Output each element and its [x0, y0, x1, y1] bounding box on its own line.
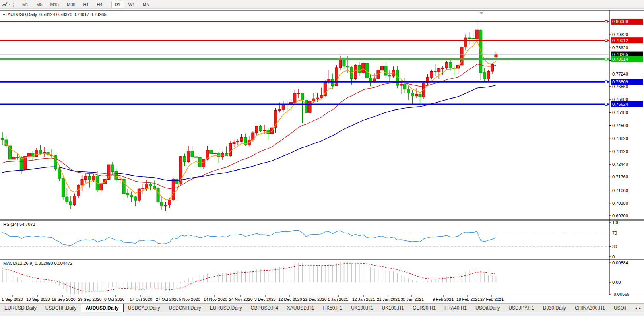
chart-tab-usdcnh-daily[interactable]: USDCNH,Daily — [164, 304, 205, 312]
chart-tab-usoil-daily[interactable]: USOil,Daily — [471, 304, 504, 312]
chart-tab-eurusd-daily[interactable]: EURUSD,Daily — [206, 304, 246, 312]
svg-text:70: 70 — [612, 231, 617, 235]
chart-tab-eurusd-daily[interactable]: EURUSD,Daily — [0, 304, 41, 312]
chart-tab-fra40-h1[interactable]: FRA40,H1 — [440, 304, 471, 312]
line-handle[interactable] — [605, 58, 607, 60]
line-handle[interactable] — [605, 20, 607, 23]
line-handle[interactable] — [605, 81, 607, 83]
tabs-scroll-right-icon[interactable]: ▸ — [639, 306, 641, 310]
svg-text:0.00: 0.00 — [612, 280, 621, 285]
chart-tab-ger30-h1[interactable]: GER30,H1 — [408, 304, 440, 312]
svg-text:9 Feb 2021: 9 Feb 2021 — [433, 297, 454, 302]
trading-platform-window: ▾ M1M5M15M30H1H4D1W1MN 0.793200.786200.7… — [0, 0, 644, 316]
svg-text:-0.00565: -0.00565 — [612, 292, 629, 297]
svg-text:27 Feb 2021: 27 Feb 2021 — [480, 297, 504, 302]
chart-tab-uk100-h1[interactable]: UK100,H1 — [347, 304, 377, 312]
open-value: 0.78124 — [39, 12, 55, 17]
close-value: 0.78265 — [91, 12, 107, 17]
tabs-scroll-left-icon[interactable]: ◂ — [635, 306, 637, 310]
chart-tab-usdjpy-h1[interactable]: USDJPY,H1 — [504, 304, 538, 312]
chart-tab-dj30-daily[interactable]: DJ30,Daily — [539, 304, 570, 312]
svg-text:0.78014: 0.78014 — [612, 57, 628, 62]
svg-text:0.79012: 0.79012 — [612, 38, 628, 43]
window-bottom-strip — [0, 312, 644, 316]
chart-tab-hk50-h1[interactable]: HK50,H1 — [319, 304, 347, 312]
svg-text:0.78265: 0.78265 — [612, 52, 628, 57]
chart-tab-xauusd-h1[interactable]: XAUUSD,H1 — [283, 304, 319, 312]
chart-ohlc-header: ▼AUDUSD,Daily 0.78124 0.78370 0.78017 0.… — [2, 12, 106, 17]
svg-text:0.74500: 0.74500 — [612, 123, 628, 128]
chart-tab-uk100-h1[interactable]: UK100,H1 — [378, 304, 408, 312]
svg-text:3 Dec 2020: 3 Dec 2020 — [254, 297, 276, 302]
svg-text:29 Sep 2020: 29 Sep 2020 — [78, 297, 102, 302]
svg-text:0.75624: 0.75624 — [612, 102, 628, 107]
svg-text:0.73120: 0.73120 — [612, 149, 628, 154]
svg-text:30: 30 — [612, 244, 617, 249]
svg-text:0.79320: 0.79320 — [612, 32, 628, 37]
svg-text:14 Nov 2020: 14 Nov 2020 — [204, 297, 227, 302]
svg-text:21 Jan 2021: 21 Jan 2021 — [377, 297, 400, 302]
rsi-indicator-label: RSI(14) 54.7073 — [3, 222, 35, 227]
svg-text:0.71060: 0.71060 — [612, 188, 628, 193]
date-axis: 1 Sep 202010 Sep 202019 Sep 202029 Sep 2… — [2, 295, 504, 302]
chart-tab-bar: EURUSD,DailyUSDCHF,DailyAUDUSD,DailyUSDC… — [0, 303, 644, 312]
svg-text:0.70380: 0.70380 — [612, 201, 628, 205]
svg-text:100: 100 — [612, 220, 619, 225]
line-handle[interactable] — [605, 39, 607, 42]
svg-text:24 Nov 2020: 24 Nov 2020 — [229, 297, 253, 302]
line-handle[interactable] — [605, 103, 607, 105]
macd-indicator-label: MACD(12,26,9) 0.002990 0.004472 — [3, 261, 72, 266]
chart-symbol-label: AUDUSD,Daily — [8, 12, 37, 17]
svg-text:0: 0 — [612, 254, 615, 259]
svg-text:22 Dec 2020: 22 Dec 2020 — [303, 297, 327, 302]
svg-text:0.75880: 0.75880 — [612, 97, 628, 102]
chart-tab-usoil-[interactable]: USOil, — [609, 304, 632, 312]
high-value: 0.78370 — [56, 12, 72, 17]
svg-text:0.72440: 0.72440 — [612, 162, 628, 167]
svg-text:0.71760: 0.71760 — [612, 174, 628, 179]
svg-text:0.80009: 0.80009 — [612, 19, 628, 24]
svg-text:0.00884: 0.00884 — [612, 260, 628, 265]
svg-text:17 Oct 2020: 17 Oct 2020 — [130, 297, 152, 302]
svg-text:27 Oct 2020: 27 Oct 2020 — [156, 297, 178, 302]
chart-tab-usdchf-daily[interactable]: USDCHF,Daily — [41, 304, 81, 312]
svg-text:30 Jan 2021: 30 Jan 2021 — [401, 297, 424, 302]
svg-text:0.69700: 0.69700 — [612, 213, 628, 218]
svg-text:0.75180: 0.75180 — [612, 110, 628, 115]
svg-text:5 Nov 2020: 5 Nov 2020 — [179, 297, 200, 302]
svg-text:0.76560: 0.76560 — [612, 84, 628, 89]
symbol-collapse-icon[interactable]: ▼ — [2, 13, 6, 17]
svg-text:12 Dec 2020: 12 Dec 2020 — [278, 297, 302, 302]
chart-tab-china300-h1[interactable]: CHINA300,H1 — [570, 304, 609, 312]
svg-text:0.78620: 0.78620 — [612, 45, 628, 50]
price-chart-canvas[interactable]: 0.793200.786200.779400.772400.765600.758… — [0, 0, 644, 303]
svg-text:1 Jan 2021: 1 Jan 2021 — [328, 297, 348, 302]
svg-text:0.73820: 0.73820 — [612, 136, 628, 141]
chart-tab-audusd-daily[interactable]: AUDUSD,Daily — [81, 304, 123, 312]
chart-tab-gbpusd-h4[interactable]: GBPUSD,H4 — [246, 304, 282, 312]
chart-tab-usdcad-daily[interactable]: USDCAD,Daily — [124, 304, 165, 312]
svg-text:12 Jan 2021: 12 Jan 2021 — [352, 297, 375, 302]
svg-text:19 Sep 2020: 19 Sep 2020 — [52, 297, 76, 302]
low-value: 0.78017 — [74, 12, 89, 17]
svg-text:18 Feb 2021: 18 Feb 2021 — [456, 297, 480, 302]
svg-text:1 Sep 2020: 1 Sep 2020 — [2, 297, 23, 302]
svg-text:8 Oct 2020: 8 Oct 2020 — [104, 297, 125, 302]
svg-text:0.76809: 0.76809 — [612, 79, 628, 84]
svg-text:10 Sep 2020: 10 Sep 2020 — [26, 297, 50, 302]
svg-text:0.77240: 0.77240 — [612, 72, 628, 76]
